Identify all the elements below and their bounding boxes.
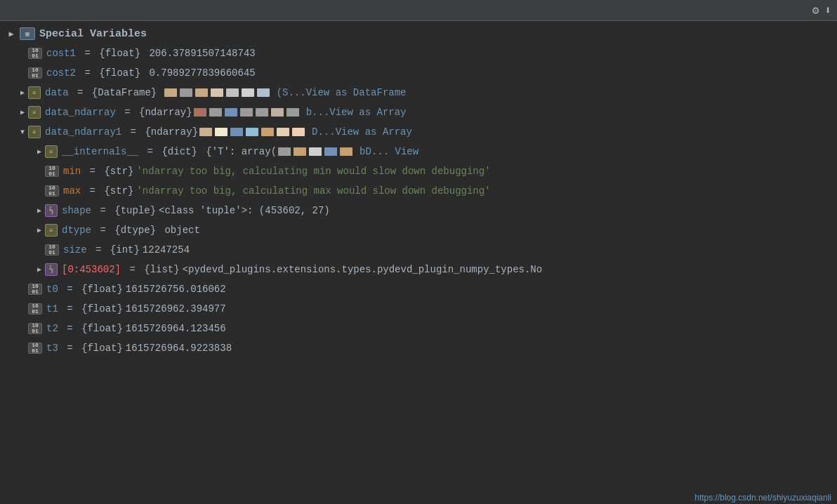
view-link-data[interactable]: (S...View as DataFrame bbox=[277, 87, 407, 98]
no-expand-t2 bbox=[17, 323, 28, 334]
swatch-data-3 bbox=[195, 88, 208, 97]
type-icon-cost2: 1001 bbox=[28, 67, 42, 79]
type-icon-data: ≡ bbox=[28, 86, 41, 99]
no-expand-t1 bbox=[17, 303, 28, 314]
var-row-list453602[interactable]: ⅔ [0:453602] = {list} <pydevd_plugins.ex… bbox=[0, 260, 837, 279]
var-row-t2[interactable]: 1001 t2 = {float} 1615726964.123456 bbox=[0, 319, 837, 338]
var-name-cost2: cost2 bbox=[46, 67, 76, 79]
var-name-min: min bbox=[63, 166, 81, 177]
swatch-int-4 bbox=[324, 147, 337, 156]
collapse-arrow-special[interactable] bbox=[6, 28, 17, 39]
var-type-max: {str} bbox=[104, 185, 133, 197]
var-type-internals: {dict} bbox=[162, 146, 197, 157]
type-icon-t1: 1001 bbox=[28, 303, 42, 314]
swatch-ndarray-6 bbox=[271, 108, 284, 117]
var-value-min: 'ndarray too big, calculating min would … bbox=[136, 166, 490, 177]
var-row-cost2[interactable]: 1001 cost2 = {float} 0.7989277839660645 bbox=[0, 63, 837, 83]
var-value-list453602: <pydevd_plugins.extensions.types.pydevd_… bbox=[183, 264, 542, 275]
special-variables-header[interactable]: ▦ Special Variables bbox=[0, 24, 837, 44]
var-value-cost2: 0.7989277839660645 bbox=[149, 67, 255, 79]
type-icon-shape: ⅔ bbox=[45, 204, 58, 217]
var-eq-min: = bbox=[84, 166, 101, 177]
var-name-t0: t0 bbox=[46, 284, 58, 295]
swatch-ndarray1-7 bbox=[292, 128, 305, 136]
expand-list453602[interactable] bbox=[34, 264, 45, 275]
var-row-shape[interactable]: ⅔ shape = {tuple} <class 'tuple'>: (4536… bbox=[0, 201, 837, 220]
var-row-data-ndarray[interactable]: ≡ data_ndarray = {ndarray} b...View as A… bbox=[0, 102, 837, 122]
var-type-cost2: {float} bbox=[99, 67, 146, 79]
special-vars-icon: ▦ bbox=[20, 27, 35, 40]
var-row-max[interactable]: 1001 max = {str} 'ndarray too big, calcu… bbox=[0, 181, 837, 201]
var-value-t0: 1615726756.016062 bbox=[126, 284, 226, 295]
type-icon-t0: 1001 bbox=[28, 284, 42, 295]
var-name-data-ndarray1: data_ndarray1 bbox=[45, 126, 121, 138]
swatch-ndarray1-4 bbox=[246, 128, 258, 136]
var-value-max: 'ndarray too big, calculating max would … bbox=[136, 185, 490, 197]
var-type-dtype: {dtype} bbox=[114, 225, 156, 236]
var-name-max: max bbox=[63, 185, 81, 197]
var-name-t2: t2 bbox=[46, 323, 58, 334]
no-expand-max bbox=[34, 185, 45, 197]
swatch-data-2 bbox=[180, 88, 192, 97]
var-row-t3[interactable]: 1001 t3 = {float} 1615726964.9223838 bbox=[0, 338, 837, 358]
swatch-ndarray-3 bbox=[225, 108, 237, 117]
var-eq-size: = bbox=[90, 244, 107, 256]
expand-shape[interactable] bbox=[34, 205, 45, 216]
swatch-int-2 bbox=[294, 147, 306, 156]
var-eq-data-ndarray: = bbox=[119, 107, 136, 118]
swatch-ndarray1-2 bbox=[215, 128, 228, 136]
var-row-cost1[interactable]: 1001 cost1 = {float} 206.37891507148743 bbox=[0, 44, 837, 63]
type-icon-min: 1001 bbox=[45, 166, 59, 177]
swatch-data-7 bbox=[257, 88, 270, 97]
status-url: https://blog.csdn.net/shiyuzuxiaqianli bbox=[694, 493, 831, 503]
var-eq-shape: = bbox=[94, 205, 112, 216]
var-value-internals: {'T': array( bbox=[200, 146, 277, 157]
expand-internals[interactable] bbox=[34, 146, 45, 157]
type-icon-internals: ≡ bbox=[45, 145, 58, 158]
var-value-t1: 1615726962.394977 bbox=[126, 303, 226, 314]
var-row-data-ndarray1[interactable]: ≡ data_ndarray1 = {ndarray} D...View as … bbox=[0, 122, 837, 142]
view-link-ndarray[interactable]: b...View as Array bbox=[306, 107, 407, 118]
var-eq-t2: = bbox=[61, 323, 79, 334]
var-value-t3: 1615726964.9223838 bbox=[126, 343, 232, 354]
view-link-internals[interactable]: bD... View bbox=[360, 146, 419, 157]
expand-data-ndarray[interactable] bbox=[17, 107, 28, 118]
expand-dtype[interactable] bbox=[34, 225, 45, 236]
var-row-min[interactable]: 1001 min = {str} 'ndarray too big, calcu… bbox=[0, 161, 837, 181]
swatch-data-6 bbox=[242, 88, 254, 97]
swatch-ndarray-5 bbox=[256, 108, 268, 117]
swatch-ndarray-2 bbox=[209, 108, 222, 117]
var-row-internals[interactable]: ≡ __internals__ = {dict} {'T': array( bD… bbox=[0, 142, 837, 161]
var-row-t1[interactable]: 1001 t1 = {float} 1615726962.394977 bbox=[0, 299, 837, 319]
no-expand-size bbox=[34, 244, 45, 256]
var-name-size: size bbox=[63, 244, 87, 256]
var-row-size[interactable]: 1001 size = {int} 12247254 bbox=[0, 240, 837, 260]
var-row-dtype[interactable]: ≡ dtype = {dtype} object bbox=[0, 220, 837, 240]
type-icon-t2: 1001 bbox=[28, 323, 42, 334]
var-eq-t3: = bbox=[61, 343, 79, 354]
view-link-ndarray1[interactable]: D...View as Array bbox=[312, 126, 412, 138]
var-row-data[interactable]: ≡ data = {DataFrame} (S...View as DataFr… bbox=[0, 83, 837, 102]
var-name-data: data bbox=[45, 87, 69, 98]
var-row-t0[interactable]: 1001 t0 = {float} 1615726756.016062 bbox=[0, 279, 837, 299]
settings-icon[interactable]: ⚙ bbox=[812, 4, 819, 18]
type-icon-data-ndarray1: ≡ bbox=[28, 126, 41, 138]
type-icon-dtype: ≡ bbox=[45, 224, 58, 237]
download-icon[interactable]: ⬇ bbox=[824, 4, 831, 18]
no-expand-min bbox=[34, 166, 45, 177]
swatch-ndarray1-1 bbox=[199, 128, 212, 136]
var-type-cost1: {float} bbox=[99, 48, 146, 59]
swatch-ndarray-1 bbox=[194, 108, 206, 117]
var-eq-max: = bbox=[84, 185, 101, 197]
var-name-shape: shape bbox=[62, 205, 91, 216]
swatch-int-3 bbox=[309, 147, 322, 156]
expand-data[interactable] bbox=[17, 87, 28, 98]
var-value-shape: <class 'tuple'>: (453602, 27) bbox=[159, 205, 330, 216]
var-eq-data: = bbox=[72, 87, 89, 98]
type-icon-size: 1001 bbox=[45, 244, 59, 256]
status-bar: https://blog.csdn.net/shiyuzuxiaqianli bbox=[694, 491, 831, 504]
expand-data-ndarray1[interactable] bbox=[17, 126, 28, 138]
var-name-t1: t1 bbox=[46, 303, 58, 314]
swatch-data-1 bbox=[164, 88, 177, 97]
type-icon-list453602: ⅔ bbox=[45, 263, 58, 276]
